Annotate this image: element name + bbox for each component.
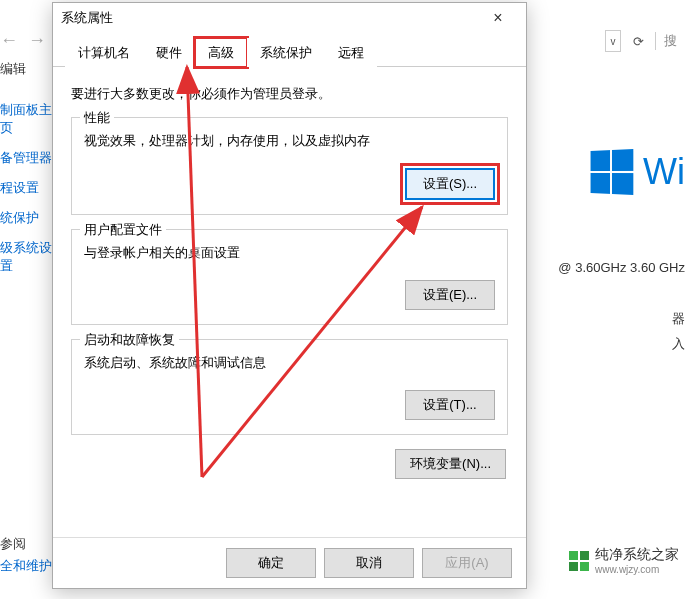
background-windows-logo-area: Wi: [589, 150, 685, 194]
close-icon[interactable]: ×: [478, 9, 518, 27]
user-profile-group: 用户配置文件 与登录帐户相关的桌面设置 设置(E)...: [71, 229, 508, 325]
performance-settings-button[interactable]: 设置(S)...: [405, 168, 495, 200]
watermark-url: www.wjzy.com: [595, 564, 679, 575]
edit-menu-label[interactable]: 编辑: [0, 57, 55, 81]
tab-remote[interactable]: 远程: [325, 38, 377, 67]
nav-forward-icon: →: [28, 30, 46, 51]
dialog-button-row: 确定 取消 应用(A): [53, 537, 526, 588]
apply-button: 应用(A): [422, 548, 512, 578]
user-profile-settings-button[interactable]: 设置(E)...: [405, 280, 495, 310]
performance-group: 性能 视觉效果，处理器计划，内存使用，以及虚拟内存 设置(S)...: [71, 117, 508, 215]
sidebar-link-device-manager[interactable]: 备管理器: [0, 143, 55, 173]
refresh-icon[interactable]: ⟳: [627, 30, 649, 52]
see-also-security[interactable]: 全和维护: [0, 553, 52, 579]
ok-button[interactable]: 确定: [226, 548, 316, 578]
environment-variables-button[interactable]: 环境变量(N)...: [395, 449, 506, 479]
address-dropdown-icon[interactable]: v: [605, 30, 621, 52]
nav-back-icon[interactable]: ←: [0, 30, 18, 51]
windows-text: Wi: [643, 151, 685, 193]
startup-recovery-group-desc: 系统启动、系统故障和调试信息: [84, 354, 495, 372]
watermark-logo-icon: [569, 551, 589, 571]
bg-text-2: 入: [672, 335, 685, 353]
watermark: 纯净系统之家 www.wjzy.com: [569, 546, 679, 575]
user-profile-group-desc: 与登录帐户相关的桌面设置: [84, 244, 495, 262]
search-input[interactable]: 搜: [655, 32, 685, 50]
see-also-label: 参阅: [0, 535, 52, 553]
tab-advanced[interactable]: 高级: [195, 38, 247, 67]
cpu-frequency-text: @ 3.60GHz 3.60 GHz: [558, 260, 685, 275]
dialog-tabs: 计算机名 硬件 高级 系统保护 远程: [53, 33, 526, 67]
cancel-button[interactable]: 取消: [324, 548, 414, 578]
tab-system-protection[interactable]: 系统保护: [247, 38, 325, 67]
background-nav-right: v ⟳ 搜: [605, 30, 685, 52]
sidebar-link-remote-settings[interactable]: 程设置: [0, 173, 55, 203]
sidebar-link-control-panel[interactable]: 制面板主页: [0, 95, 55, 143]
sidebar-link-system-protection[interactable]: 统保护: [0, 203, 55, 233]
performance-group-desc: 视觉效果，处理器计划，内存使用，以及虚拟内存: [84, 132, 495, 150]
dialog-titlebar: 系统属性 ×: [53, 3, 526, 33]
dialog-title: 系统属性: [61, 9, 478, 27]
tab-computer-name[interactable]: 计算机名: [65, 38, 143, 67]
startup-recovery-group-title: 启动和故障恢复: [80, 331, 179, 349]
watermark-text: 纯净系统之家: [595, 546, 679, 562]
startup-recovery-settings-button[interactable]: 设置(T)...: [405, 390, 495, 420]
user-profile-group-title: 用户配置文件: [80, 221, 166, 239]
performance-group-title: 性能: [80, 109, 114, 127]
admin-login-note: 要进行大多数更改，你必须作为管理员登录。: [71, 85, 508, 103]
dialog-content: 要进行大多数更改，你必须作为管理员登录。 性能 视觉效果，处理器计划，内存使用，…: [53, 67, 526, 537]
sidebar-link-advanced-settings[interactable]: 级系统设置: [0, 233, 55, 281]
windows-logo-icon: [591, 149, 634, 195]
system-properties-dialog: 系统属性 × 计算机名 硬件 高级 系统保护 远程 要进行大多数更改，你必须作为…: [52, 2, 527, 589]
bg-text-1: 器: [672, 310, 685, 328]
startup-recovery-group: 启动和故障恢复 系统启动、系统故障和调试信息 设置(T)...: [71, 339, 508, 435]
background-left-panel: ← → 编辑 制面板主页 备管理器 程设置 统保护 级系统设置 参阅 全和维护: [0, 30, 55, 281]
tab-hardware[interactable]: 硬件: [143, 38, 195, 67]
